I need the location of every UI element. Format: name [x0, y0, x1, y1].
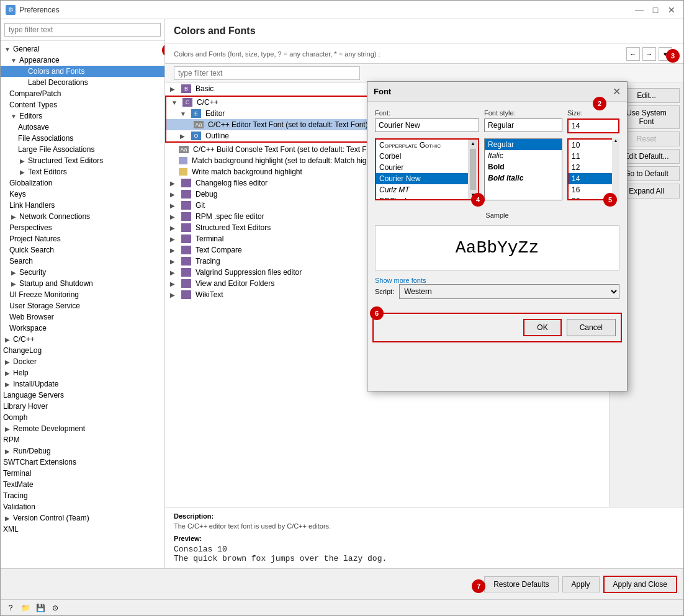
font-list-item[interactable]: Corbel	[376, 151, 478, 162]
sample-text: AaBbYyZz	[456, 238, 539, 257]
font-input[interactable]	[375, 118, 479, 132]
font-list-item-courier-new[interactable]: Courier New	[376, 173, 478, 184]
sidebar-item-user-storage[interactable]: User Storage Service	[1, 300, 164, 311]
show-more-fonts-link[interactable]: Show more fonts	[375, 277, 619, 284]
style-list-item-bold[interactable]: Bold	[485, 161, 562, 172]
sidebar-item-help[interactable]: ▶ Help	[1, 367, 164, 378]
sidebar-item-compare-patch[interactable]: Compare/Patch	[1, 88, 164, 99]
size-list-item-14[interactable]: 14	[569, 173, 618, 184]
sidebar-item-colors-fonts[interactable]: Colors and Fonts	[1, 66, 164, 77]
sidebar-item-xml[interactable]: XML	[1, 524, 164, 535]
style-list-item-regular[interactable]: Regular	[485, 139, 562, 150]
sidebar-item-autosave[interactable]: Autosave	[1, 122, 164, 133]
sidebar-item-remote-dev[interactable]: ▶ Remote Development	[1, 423, 164, 434]
sidebar-item-appearance[interactable]: ▼ Appearance	[1, 55, 164, 66]
sidebar-item-docker[interactable]: ▶ Docker	[1, 356, 164, 367]
script-select[interactable]: Western	[399, 284, 619, 299]
target-icon[interactable]: ⊙	[50, 603, 60, 613]
back-button[interactable]: ←	[626, 47, 640, 61]
close-button[interactable]: ✕	[665, 3, 678, 17]
font-listbox[interactable]: Copperplate Gothic Corbel Courier Courie…	[375, 138, 479, 200]
maximize-button[interactable]: □	[649, 3, 662, 17]
size-list-item[interactable]: 11	[569, 151, 618, 162]
sidebar-item-label-decorations[interactable]: Label Decorations	[1, 77, 164, 88]
save-icon[interactable]: 💾	[35, 603, 45, 613]
annotation-5: 5	[603, 193, 617, 207]
sidebar-item-label: UI Freeze Monitoring	[9, 290, 79, 299]
minimize-button[interactable]: —	[632, 3, 646, 17]
sidebar-item-keys[interactable]: Keys	[1, 189, 164, 200]
sidebar-item-workspace[interactable]: Workspace	[1, 323, 164, 334]
apply-and-close-button[interactable]: Apply and Close	[603, 576, 677, 593]
style-input[interactable]	[484, 118, 562, 132]
sidebar-item-swtchart[interactable]: SWTChart Extensions	[1, 457, 164, 468]
sidebar-filter-input[interactable]	[4, 23, 161, 37]
font-filter-input[interactable]	[174, 66, 360, 80]
sidebar-item-link-handlers[interactable]: Link Handlers	[1, 200, 164, 211]
sidebar-item-version-control[interactable]: ▶ Version Control (Team)	[1, 512, 164, 524]
sidebar-item-oomph[interactable]: Oomph	[1, 412, 164, 423]
size-scrollbar[interactable]: ▲	[612, 138, 619, 200]
sidebar-item-run-debug[interactable]: ▶ Run/Debug	[1, 445, 164, 457]
forward-button[interactable]: →	[642, 47, 656, 61]
font-list-item[interactable]: Courier	[376, 162, 478, 173]
cancel-button[interactable]: Cancel	[567, 319, 616, 336]
size-list-item[interactable]: 12	[569, 162, 618, 173]
sidebar-item-ui-freeze[interactable]: UI Freeze Monitoring	[1, 289, 164, 300]
sidebar-item-library-hover[interactable]: Library Hover	[1, 401, 164, 412]
ok-button[interactable]: OK	[523, 319, 561, 336]
style-list-item-italic[interactable]: Italic	[485, 150, 562, 161]
folder-icon	[181, 257, 191, 266]
sidebar-item-content-types[interactable]: Content Types	[1, 99, 164, 110]
apply-button[interactable]: Apply	[562, 576, 600, 592]
sidebar-item-textmate[interactable]: TextMate	[1, 479, 164, 490]
font-list-item[interactable]: DECtech	[376, 195, 478, 200]
sidebar-item-general[interactable]: ▼ General	[1, 43, 164, 55]
sidebar-item-changelog[interactable]: ChangeLog	[1, 345, 164, 356]
sidebar-item-label: Structured Text Editors	[28, 156, 103, 165]
dialog-close-button[interactable]: ✕	[613, 86, 621, 97]
folder-icon	[181, 234, 191, 243]
sidebar-item-project-natures[interactable]: Project Natures	[1, 233, 164, 244]
size-listbox[interactable]: ▲ 10 11 12 14 16 20	[567, 138, 619, 200]
sidebar-item-text-editors[interactable]: ▶ Text Editors	[1, 166, 164, 177]
sidebar-item-quick-search[interactable]: Quick Search	[1, 244, 164, 256]
size-scroll-up[interactable]: ▲	[612, 138, 619, 143]
sidebar-item-editors[interactable]: ▼ Editors	[1, 110, 164, 122]
sidebar-item-network-conn[interactable]: ▶ Network Connections	[1, 211, 164, 222]
sidebar-item-tracing[interactable]: Tracing	[1, 490, 164, 501]
size-input[interactable]	[567, 118, 619, 133]
sidebar-item-security[interactable]: ▶ Security	[1, 267, 164, 278]
style-listbox[interactable]: Regular Italic Bold Bold Italic	[484, 138, 562, 200]
sidebar-item-globalization[interactable]: Globalization	[1, 177, 164, 189]
sidebar-item-install-update[interactable]: ▶ Install/Update	[1, 378, 164, 390]
font-dialog: Font ✕ Font: Font style: Size:	[367, 81, 628, 391]
sidebar-item-rpm[interactable]: RPM	[1, 434, 164, 445]
open-folder-icon[interactable]: 📁	[20, 603, 30, 613]
sidebar-item-perspectives[interactable]: Perspectives	[1, 222, 164, 233]
sidebar-item-search[interactable]: Search	[1, 256, 164, 267]
sidebar-item-large-file[interactable]: Large File Associations	[1, 144, 164, 155]
sidebar-item-cpp[interactable]: ▶ C/C++	[1, 334, 164, 345]
sidebar-item-web-browser[interactable]: Web Browser	[1, 311, 164, 323]
scroll-up[interactable]: ▲	[469, 140, 477, 148]
size-list-item[interactable]: 10	[569, 140, 618, 151]
sidebar-item-label: Label Decorations	[28, 78, 88, 87]
style-label: Font style:	[484, 109, 562, 117]
sidebar-item-validation[interactable]: Validation	[1, 501, 164, 512]
sidebar-item-startup-shutdown[interactable]: ▶ Startup and Shutdown	[1, 278, 164, 289]
scrollbar[interactable]: ▲ ▼	[468, 140, 478, 199]
font-label: Font:	[375, 109, 479, 117]
restore-defaults-button[interactable]: Restore Defaults	[484, 576, 558, 592]
sidebar-item-file-assoc[interactable]: File Associations	[1, 133, 164, 144]
help-icon[interactable]: ?	[6, 603, 16, 613]
expand-icon: ▶	[180, 133, 189, 140]
folder-icon	[181, 190, 191, 199]
font-list-item[interactable]: Copperplate Gothic	[376, 140, 478, 151]
sidebar-item-language-servers[interactable]: Language Servers	[1, 390, 164, 401]
font-list-item[interactable]: Curlz MT	[376, 184, 478, 195]
dialog-title: Font	[374, 87, 391, 96]
sidebar-item-structured-text[interactable]: ▶ Structured Text Editors	[1, 155, 164, 166]
style-list-item-bold-italic[interactable]: Bold Italic	[485, 172, 562, 184]
sidebar-item-terminal[interactable]: Terminal	[1, 468, 164, 479]
